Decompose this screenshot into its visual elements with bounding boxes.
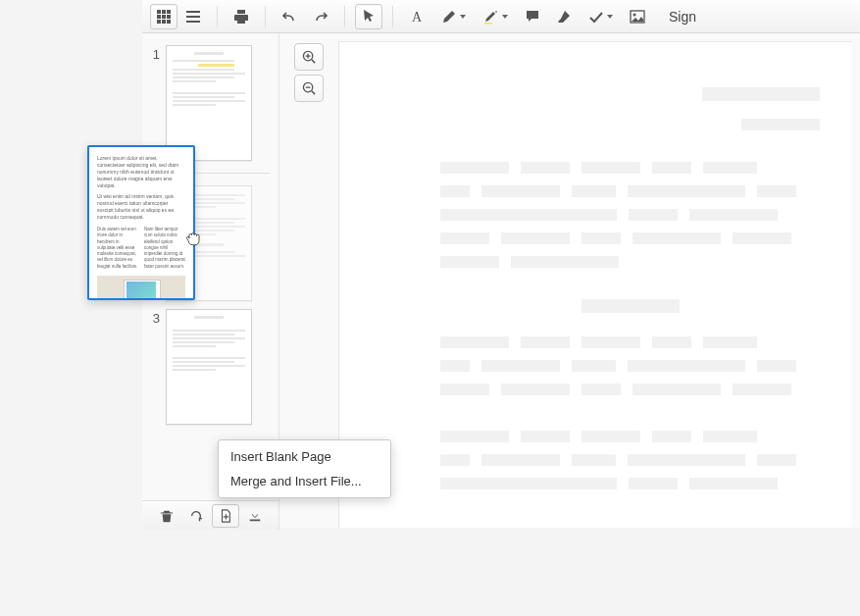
svg-line-21 — [311, 90, 314, 93]
pointer-tool-button[interactable] — [355, 4, 382, 29]
drag-preview-text: Lorem ipsum dolor sit amet, consectetuer… — [97, 155, 185, 189]
pencil-tool-button[interactable] — [434, 4, 473, 29]
page-thumbnail[interactable] — [166, 309, 252, 425]
svg-rect-0 — [157, 10, 161, 14]
page-number: 1 — [146, 45, 160, 62]
dragged-page-thumbnail[interactable]: Lorem ipsum dolor sit amet, consectetuer… — [87, 145, 195, 300]
grab-cursor-icon — [184, 228, 204, 249]
download-button[interactable] — [241, 504, 269, 528]
redo-button[interactable] — [307, 4, 334, 29]
svg-rect-4 — [162, 15, 166, 19]
chevron-down-icon — [502, 15, 508, 19]
svg-rect-8 — [167, 20, 171, 24]
comment-tool-button[interactable] — [519, 4, 546, 29]
svg-rect-5 — [167, 15, 171, 19]
delete-page-button[interactable] — [153, 504, 180, 528]
menu-item-merge-insert[interactable]: Merge and Insert File... — [219, 469, 390, 493]
thumbnail-actions-bar — [142, 500, 279, 530]
svg-rect-9 — [186, 11, 200, 13]
main-toolbar: A Sign — [142, 0, 860, 33]
drag-preview-text: Duis autem vel eum iriure dolor in hendr… — [97, 227, 138, 270]
zoom-out-button[interactable] — [294, 75, 324, 102]
eraser-tool-button[interactable] — [550, 4, 578, 29]
page-number: 3 — [146, 309, 160, 326]
zoom-in-button[interactable] — [294, 43, 324, 71]
page-thumbnail[interactable] — [166, 45, 252, 161]
svg-rect-10 — [186, 16, 200, 18]
print-button[interactable] — [228, 4, 255, 29]
svg-rect-7 — [162, 20, 166, 24]
svg-rect-6 — [157, 20, 161, 24]
zoom-controls — [294, 43, 324, 102]
thumbnail-row[interactable]: 3 — [142, 305, 278, 429]
document-view[interactable] — [338, 41, 852, 528]
svg-rect-13 — [484, 23, 492, 25]
svg-rect-3 — [157, 15, 161, 19]
add-page-button[interactable] — [212, 504, 239, 528]
check-tool-button[interactable] — [582, 4, 620, 29]
undo-button[interactable] — [276, 4, 303, 29]
svg-line-17 — [311, 59, 314, 62]
list-view-button[interactable] — [179, 4, 207, 29]
chevron-down-icon — [460, 15, 466, 19]
chevron-down-icon — [607, 15, 613, 19]
drag-preview-image — [97, 276, 185, 300]
sign-button[interactable]: Sign — [669, 9, 696, 25]
text-tool-button[interactable]: A — [403, 4, 430, 29]
svg-text:A: A — [412, 10, 423, 25]
add-page-menu: Insert Blank Page Merge and Insert File.… — [218, 439, 391, 498]
image-tool-button[interactable] — [624, 4, 651, 29]
grid-view-button[interactable] — [150, 4, 177, 29]
highlighter-tool-button[interactable] — [477, 4, 515, 29]
menu-item-insert-blank[interactable]: Insert Blank Page — [219, 444, 390, 469]
svg-point-15 — [633, 13, 636, 16]
svg-rect-1 — [162, 10, 166, 14]
drag-preview-text: Nam liber tempor cum soluta nobis eleife… — [144, 227, 185, 270]
svg-rect-11 — [186, 21, 200, 23]
rotate-page-button[interactable] — [182, 504, 210, 528]
drag-preview-text: Ut wisi enim ad minim veniam, quis nostr… — [97, 193, 185, 221]
svg-rect-2 — [167, 10, 171, 14]
